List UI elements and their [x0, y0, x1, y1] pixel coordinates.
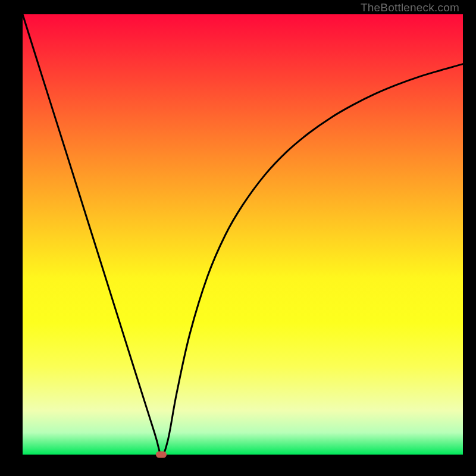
optimum-marker: [156, 452, 167, 458]
plot-area: [23, 14, 463, 455]
attribution-text: TheBottleneck.com: [361, 1, 459, 14]
curve-layer: [23, 14, 463, 455]
bottleneck-curve: [23, 14, 463, 455]
chart-frame: TheBottleneck.com: [0, 0, 476, 476]
